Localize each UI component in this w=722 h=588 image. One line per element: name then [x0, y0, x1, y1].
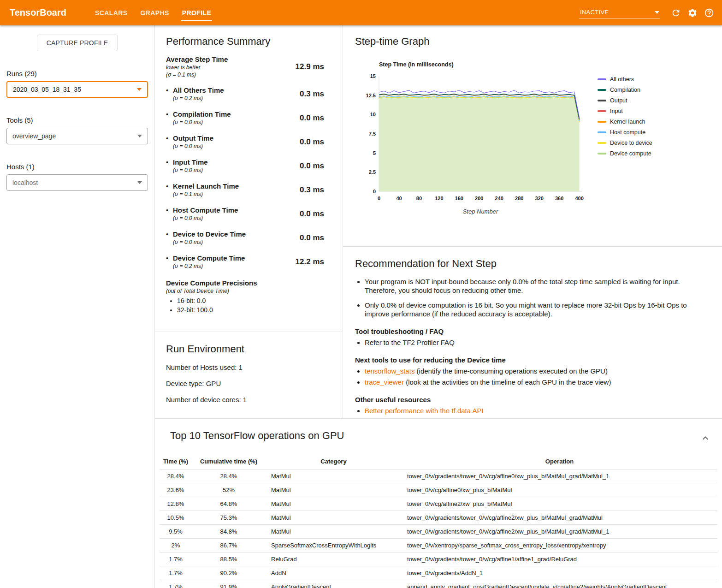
tools-select[interactable]: overview_page — [6, 128, 148, 144]
legend-label: Input — [610, 108, 623, 114]
table-row: 10.5%75.3%MatMultower_0/v/gradients/towe… — [160, 511, 717, 525]
header-actions: INACTIVE — [579, 7, 715, 18]
table-cell: MatMul — [266, 511, 402, 525]
run-env-line: Number of device cores: 1 — [166, 396, 331, 404]
legend-swatch-icon — [598, 89, 606, 91]
legend-label: All others — [610, 76, 634, 83]
step-time-chart: Step Time (in milliseconds) 02.557.51012… — [361, 61, 585, 215]
bullet-icon: • — [166, 182, 173, 190]
tab-profile[interactable]: PROFILE — [182, 0, 211, 25]
chevron-down-icon — [137, 135, 142, 137]
average-step-time-row: Average Step Time lower is better (σ = 0… — [166, 55, 324, 78]
table-cell: 12.8% — [160, 497, 192, 511]
table-cell: 1.7% — [160, 566, 192, 580]
run-env-line: Number of Hosts used: 1 — [166, 363, 331, 371]
table-cell: 1.7% — [160, 552, 192, 566]
top-ops-table: Time (%)Cumulative time (%)CategoryOpera… — [160, 454, 717, 588]
summary-column: Performance Summary Average Step Time lo… — [155, 25, 343, 418]
legend-label: Output — [610, 97, 627, 104]
table-cell: append_apply_gradient_ops/GradientDescen… — [402, 580, 717, 588]
metric-name: Compilation Time — [173, 110, 300, 119]
bullet-icon: • — [166, 86, 173, 95]
metric-name: Device to Device Time — [173, 230, 300, 238]
table-row: 2%86.7%SparseSoftmaxCrossEntropyWithLogi… — [160, 539, 717, 552]
perf-summary-item: •Device Compute Time(σ = 0.2 ms)12.2 ms — [166, 254, 324, 270]
legend-label: Compilation — [610, 87, 640, 93]
capture-profile-button[interactable]: CAPTURE PROFILE — [37, 35, 118, 51]
bullet-icon: • — [166, 158, 173, 166]
table-cell: 64.8% — [192, 497, 266, 511]
table-cell: 9.5% — [160, 525, 192, 539]
sidebar: CAPTURE PROFILE Runs (29) 2020_03_05_18_… — [0, 25, 154, 588]
perf-summary-item: •Kernel Launch Time(σ = 0.1 ms)0.3 ms — [166, 182, 324, 198]
refresh-icon[interactable] — [670, 7, 681, 18]
svg-text:7.5: 7.5 — [369, 131, 376, 137]
tab-graphs[interactable]: GRAPHS — [140, 0, 169, 25]
svg-text:80: 80 — [416, 196, 422, 201]
recommendation-link[interactable]: Better performance with the tf.data API — [365, 407, 484, 415]
svg-text:160: 160 — [455, 196, 463, 201]
table-cell: MatMul — [266, 525, 402, 539]
runs-select[interactable]: 2020_03_05_18_31_35 — [6, 81, 148, 98]
metric-value: 0.0 ms — [300, 209, 324, 219]
table-cell: 28.4% — [160, 469, 192, 483]
device-compute-precisions: Device Compute Precisions (out of Total … — [166, 279, 324, 314]
table-cell: SparseSoftmaxCrossEntropyWithLogits — [266, 539, 402, 552]
metric-name: Input Time — [173, 158, 300, 166]
legend-label: Device compute — [610, 150, 651, 157]
table-cell: MatMul — [266, 497, 402, 511]
perf-metric-list: •All Others Time(σ = 0.2 ms)0.3 ms•Compi… — [166, 86, 324, 270]
svg-text:10: 10 — [370, 112, 376, 117]
bullet-icon: • — [166, 206, 173, 214]
metric-value: 0.0 ms — [300, 113, 324, 123]
tab-scalars[interactable]: SCALARS — [95, 0, 127, 25]
table-row: 1.7%88.5%ReluGradtower_0/v/gradients/tow… — [160, 552, 717, 566]
recommendation-link[interactable]: trace_viewer — [365, 378, 404, 386]
recommendation-section-heading: Tool troubleshooting / FAQ — [355, 327, 705, 335]
table-row: 28.4%28.4%MatMultower_0/v/gradients/towe… — [160, 469, 717, 483]
tools-select-value: overview_page — [12, 132, 56, 140]
step-time-graph-title: Step-time Graph — [355, 36, 722, 48]
metric-name: Device Compute Time — [173, 254, 296, 262]
legend-swatch-icon — [598, 121, 606, 123]
top-ops-panel: Top 10 TensorFlow operations on GPU Time… — [155, 419, 722, 588]
metric-value: 12.9 ms — [296, 62, 324, 71]
svg-text:0: 0 — [373, 189, 376, 194]
settings-icon[interactable] — [687, 7, 698, 18]
help-icon[interactable] — [704, 7, 715, 18]
chart-legend: All othersCompilationOutputInputKernel l… — [598, 76, 652, 215]
svg-text:15: 15 — [370, 73, 376, 79]
metric-value: 0.0 ms — [300, 161, 324, 171]
metric-sigma: (σ = 0.0 ms) — [173, 238, 300, 246]
table-cell: 84.8% — [192, 525, 266, 539]
metric-name: Output Time — [173, 134, 300, 143]
legend-label: Kernel launch — [610, 119, 645, 125]
svg-text:400: 400 — [575, 196, 583, 201]
precisions-note: (out of Total Device Time) — [166, 288, 324, 294]
metric-sigma: (σ = 0.1 ms) — [173, 190, 300, 198]
legend-swatch-icon — [598, 153, 606, 154]
status-select[interactable]: INACTIVE — [579, 7, 660, 18]
table-cell: ApplyGradientDescent — [266, 580, 402, 588]
hosts-label: Hosts (1) — [6, 163, 148, 171]
table-cell: 75.3% — [192, 511, 266, 525]
svg-text:320: 320 — [535, 196, 544, 201]
table-cell: MatMul — [266, 469, 402, 483]
collapse-icon[interactable] — [700, 433, 711, 445]
hosts-select-value: localhost — [12, 179, 38, 186]
svg-text:120: 120 — [435, 196, 443, 201]
table-cell: 1.7% — [160, 580, 192, 588]
nav-tabs: SCALARSGRAPHSPROFILE — [89, 0, 218, 25]
recommendation-item-text: (look at the activities on the timeline … — [404, 378, 611, 386]
hosts-select[interactable]: localhost — [6, 174, 148, 191]
table-cell: 23.6% — [160, 483, 192, 497]
recommendation-item-text: (identify the time-consuming operations … — [414, 367, 608, 375]
table-row: 1.7%91.9%ApplyGradientDescentappend_appl… — [160, 580, 717, 588]
table-cell: tower_0/v/cg/affine2/xw_plus_b/MatMul — [402, 497, 717, 511]
precision-item: 16-bit: 0.0 — [177, 297, 324, 304]
perf-summary-item: •Input Time(σ = 0.0 ms)0.0 ms — [166, 158, 324, 174]
recommendation-link[interactable]: tensorflow_stats — [365, 367, 414, 375]
metric-name: Host Compute Time — [173, 206, 300, 214]
ops-column-header: Cumulative time (%) — [192, 454, 266, 469]
table-cell: 28.4% — [192, 469, 266, 483]
